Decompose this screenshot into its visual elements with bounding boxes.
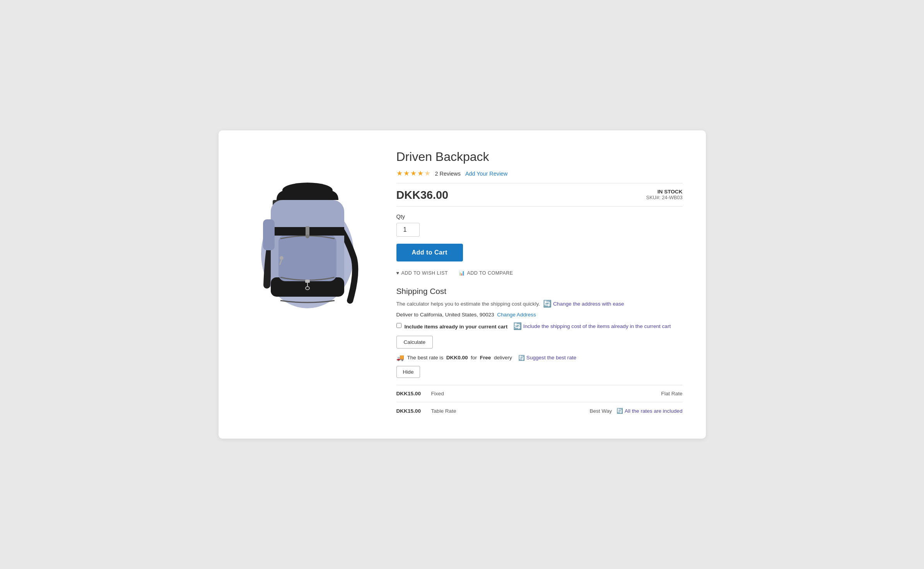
callout-icon-3: 🔄 bbox=[518, 355, 525, 361]
truck-icon: 🚚 bbox=[396, 354, 404, 361]
rate-type-2: Table Rate bbox=[431, 402, 485, 420]
shipping-section: Shipping Cost The calculator helps you t… bbox=[396, 287, 683, 419]
rate-row-1: DKK15.00 Fixed Flat Rate bbox=[396, 385, 683, 402]
rate-amount-2: DKK15.00 bbox=[396, 402, 431, 420]
add-review-link[interactable]: Add Your Review bbox=[465, 171, 508, 177]
action-links: ♥ ADD TO WISH LIST 📊 ADD TO COMPARE bbox=[396, 270, 683, 276]
include-callout: 🔄 Include the shipping cost of the items… bbox=[513, 322, 671, 330]
product-title: Driven Backpack bbox=[396, 150, 683, 164]
in-stock-label: IN STOCK bbox=[646, 189, 683, 195]
product-details-column: Driven Backpack ★ ★ ★ ★ ★ 2 Reviews Add … bbox=[396, 150, 683, 419]
rating-row: ★ ★ ★ ★ ★ 2 Reviews Add Your Review bbox=[396, 169, 683, 178]
qty-label: Qty bbox=[396, 214, 683, 220]
deliver-to: Deliver to California, United States, 90… bbox=[396, 312, 683, 318]
svg-point-7 bbox=[282, 183, 333, 198]
change-address-callout: 🔄 Change the address with ease bbox=[543, 300, 624, 308]
rate-amount-1: DKK15.00 bbox=[396, 385, 431, 402]
add-to-wishlist-link[interactable]: ♥ ADD TO WISH LIST bbox=[396, 270, 448, 276]
callout-icon-4: 🔄 bbox=[617, 408, 623, 414]
svg-rect-12 bbox=[305, 280, 310, 283]
callout-icon-1: 🔄 bbox=[543, 300, 552, 308]
rate-row-2: DKK15.00 Table Rate Best Way 🔄 All the r… bbox=[396, 402, 683, 420]
product-image-column bbox=[242, 150, 373, 312]
include-items-row: Include items already in your current ca… bbox=[396, 322, 683, 330]
star-3: ★ bbox=[410, 169, 417, 178]
stock-info: IN STOCK SKU#: 24-WB03 bbox=[646, 189, 683, 200]
add-to-cart-button[interactable]: Add to Cart bbox=[396, 244, 463, 261]
rate-carrier-2: Best Way 🔄 All the rates are included bbox=[485, 402, 683, 420]
product-price: DKK36.00 bbox=[396, 189, 448, 202]
reviews-link[interactable]: 2 Reviews bbox=[435, 171, 461, 177]
svg-point-5 bbox=[280, 256, 284, 260]
price-divider bbox=[396, 206, 683, 207]
product-card: Driven Backpack ★ ★ ★ ★ ★ 2 Reviews Add … bbox=[219, 130, 706, 439]
svg-point-11 bbox=[306, 234, 309, 238]
product-image bbox=[246, 150, 369, 312]
svg-rect-9 bbox=[263, 219, 275, 250]
rate-type-1: Fixed bbox=[431, 385, 485, 402]
heart-icon: ♥ bbox=[396, 270, 400, 276]
best-rate-row: 🚚 The best rate is DKK0.00 for Free deli… bbox=[396, 354, 683, 361]
shipping-description: The calculator helps you to estimate the… bbox=[396, 300, 683, 308]
callout-icon-2: 🔄 bbox=[513, 322, 522, 330]
svg-rect-4 bbox=[278, 235, 336, 281]
qty-input[interactable] bbox=[396, 223, 420, 237]
change-address-link[interactable]: Change Address bbox=[497, 312, 536, 318]
add-to-compare-link[interactable]: 📊 ADD TO COMPARE bbox=[459, 270, 513, 276]
star-4: ★ bbox=[417, 169, 424, 178]
star-rating: ★ ★ ★ ★ ★ bbox=[396, 169, 430, 178]
rates-table: DKK15.00 Fixed Flat Rate DKK15.00 Table … bbox=[396, 385, 683, 419]
shipping-title: Shipping Cost bbox=[396, 287, 683, 296]
rate-carrier-1: Flat Rate bbox=[485, 385, 683, 402]
calculate-button[interactable]: Calculate bbox=[396, 336, 433, 349]
price-row: DKK36.00 IN STOCK SKU#: 24-WB03 bbox=[396, 183, 683, 202]
star-5-half: ★ bbox=[424, 169, 430, 178]
include-items-checkbox[interactable] bbox=[396, 323, 401, 328]
sku: SKU#: 24-WB03 bbox=[646, 195, 683, 200]
star-1: ★ bbox=[396, 169, 403, 178]
star-2: ★ bbox=[403, 169, 410, 178]
hide-button[interactable]: Hide bbox=[396, 366, 420, 378]
all-rates-callout: 🔄 All the rates are included bbox=[617, 408, 683, 414]
best-rate-callout: 🔄 Suggest the best rate bbox=[518, 355, 576, 361]
compare-icon: 📊 bbox=[459, 270, 465, 276]
